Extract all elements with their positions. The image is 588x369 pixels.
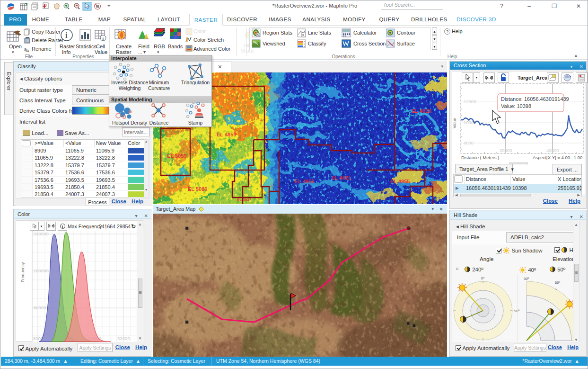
svg-text:Field: Field [138, 44, 149, 49]
svg-text:=: = [107, 3, 110, 9]
svg-text:Raster: Raster [60, 44, 75, 49]
svg-text:Color: Color [193, 28, 206, 34]
svg-text:Contour: Contour [397, 30, 415, 36]
svg-text:12000: 12000 [464, 99, 476, 104]
svg-text:80000: 80000 [34, 305, 46, 310]
svg-text:Line Stats: Line Stats [308, 30, 331, 36]
svg-text:Open: Open [9, 44, 22, 49]
svg-text:Color Stretch: Color Stretch [193, 37, 224, 43]
svg-text:160000: 160000 [34, 268, 49, 273]
svg-text:Aspect[X:Y] = 4.00 : 1.00: Aspect[X:Y] = 4.00 : 1.00 [533, 155, 582, 160]
svg-text:Advanced Color: Advanced Color [193, 46, 231, 52]
svg-text:Distance ( Meters ): Distance ( Meters ) [461, 155, 499, 160]
svg-text:EL 5037: EL 5037 [237, 198, 252, 202]
svg-text:Copy Raster: Copy Raster [32, 29, 61, 35]
svg-text:Value: 10398: Value: 10398 [501, 103, 531, 109]
svg-text:90º: 90º [514, 309, 519, 313]
svg-text:Distance: 16056.4630191439: Distance: 16056.4630191439 [501, 96, 569, 102]
svg-text:Value: Value [452, 118, 457, 128]
svg-text:Cross Section: Cross Section [353, 41, 386, 46]
svg-text:▾: ▾ [12, 50, 14, 54]
svg-text:EL 4859: EL 4859 [217, 132, 236, 137]
svg-text:EL 4956: EL 4956 [295, 179, 314, 184]
svg-text:8000: 8000 [464, 140, 474, 145]
svg-text:40000: 40000 [546, 148, 559, 153]
svg-text:20000: 20000 [500, 148, 512, 153]
svg-text:EL 4821: EL 4821 [332, 175, 351, 180]
svg-text:Surface: Surface [397, 41, 415, 46]
svg-text:EL 4955: EL 4955 [390, 179, 410, 184]
svg-text:240000: 240000 [34, 231, 49, 236]
svg-text:b: b [26, 48, 29, 53]
svg-text:RGB: RGB [154, 44, 165, 49]
svg-text:Rename: Rename [32, 46, 52, 52]
svg-text:... ▾: ... ▾ [138, 49, 146, 54]
svg-text:EL 5086: EL 5086 [188, 186, 207, 192]
svg-text:Bands: Bands [168, 44, 183, 49]
svg-text:32000: 32000 [117, 336, 130, 341]
svg-text:Statistics: Statistics [76, 44, 97, 49]
svg-text:i: i [65, 31, 68, 39]
svg-text:EL 4818: EL 4818 [412, 108, 431, 114]
svg-text:Viewshed: Viewshed [263, 41, 285, 46]
svg-text:0º: 0º [481, 276, 484, 280]
svg-text:EL 5059: EL 5059 [167, 153, 186, 159]
svg-text:60º: 60º [555, 280, 560, 285]
svg-text:30º: 30º [524, 277, 529, 281]
svg-text:Region Stats: Region Stats [263, 30, 292, 36]
svg-text:Calculator: Calculator [353, 30, 377, 36]
svg-text:Classify: Classify [308, 41, 326, 46]
svg-text:▾: ▾ [157, 50, 159, 54]
svg-text:Raster: Raster [116, 49, 132, 55]
svg-text:Frequency: Frequency [20, 262, 25, 282]
svg-text:Create: Create [116, 44, 132, 49]
svg-text:Cell: Cell [96, 44, 105, 49]
